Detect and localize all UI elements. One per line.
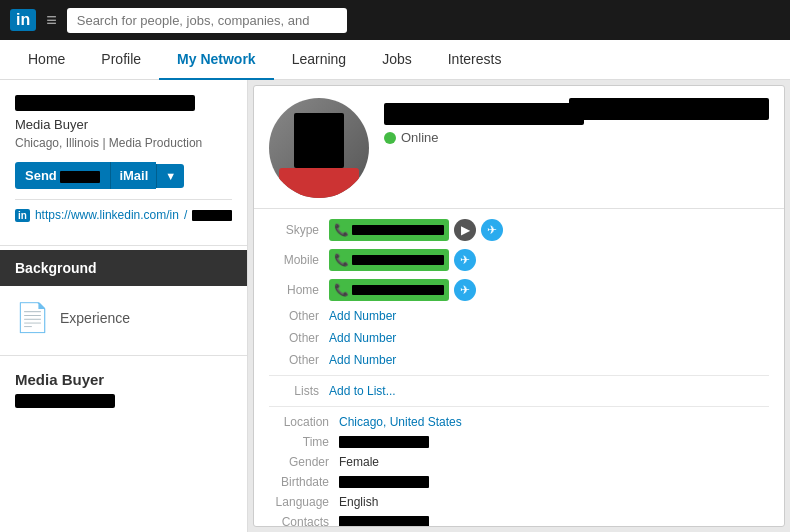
- position-title: Media Buyer: [15, 371, 232, 388]
- add-to-list-link[interactable]: Add to List...: [329, 384, 396, 398]
- other-label-2: Other: [269, 331, 329, 345]
- experience-section: 📄 Experience: [0, 286, 247, 356]
- linkedin-in-badge: in: [15, 209, 30, 222]
- divider-2: [269, 406, 769, 407]
- skype-video-icon[interactable]: ▶: [454, 219, 476, 241]
- top-bar: in ≡: [0, 0, 790, 40]
- send-mail-row: Send iMail ▼: [15, 162, 232, 189]
- other-row-1: Other Add Number: [269, 309, 769, 323]
- skype-chat-icon[interactable]: ✈: [481, 219, 503, 241]
- birthdate-redacted: [339, 476, 429, 488]
- mobile-label: Mobile: [269, 253, 329, 267]
- nav-item-mynetwork[interactable]: My Network: [159, 40, 274, 80]
- nav-item-interests[interactable]: Interests: [430, 40, 520, 80]
- avatar-body: [279, 168, 359, 198]
- linkedin-logo: in: [10, 9, 36, 31]
- language-value: English: [339, 495, 378, 509]
- avatar: [269, 98, 369, 198]
- contact-name-redacted: [384, 103, 584, 125]
- time-redacted: [339, 436, 429, 448]
- left-panel: Media Buyer Chicago, Illinois | Media Pr…: [0, 80, 248, 532]
- background-label: Background: [15, 260, 97, 276]
- contacts-redacted: [339, 516, 429, 527]
- top-right-name-redacted: [569, 98, 769, 120]
- background-section: Background: [0, 250, 247, 286]
- mobile-phone-bar: 📞: [329, 249, 449, 271]
- home-row: Home 📞 ✈: [269, 279, 769, 301]
- imail-dropdown-button[interactable]: ▼: [156, 164, 184, 188]
- profile-name-redacted: [15, 95, 195, 111]
- time-label: Time: [269, 435, 339, 449]
- location-label: Location: [269, 415, 339, 429]
- home-chat-icon[interactable]: ✈: [454, 279, 476, 301]
- contact-header: ☆ Online: [254, 86, 784, 209]
- contact-details: Skype 📞 ▶ ✈ Mobile 📞: [254, 209, 784, 527]
- home-phone-bar: 📞: [329, 279, 449, 301]
- online-dot: [384, 132, 396, 144]
- home-label: Home: [269, 283, 329, 297]
- send-redacted: [60, 171, 100, 183]
- skype-label: Skype: [269, 223, 329, 237]
- main-container: Media Buyer Chicago, Illinois | Media Pr…: [0, 80, 790, 532]
- language-label: Language: [269, 495, 339, 509]
- nav-bar: Home Profile My Network Learning Jobs In…: [0, 40, 790, 80]
- location-row: Location Chicago, United States: [269, 415, 769, 429]
- time-row: Time: [269, 435, 769, 449]
- gender-label: Gender: [269, 455, 339, 469]
- menu-icon[interactable]: ≡: [46, 10, 57, 31]
- add-number-link-1[interactable]: Add Number: [329, 309, 396, 323]
- job-title: Media Buyer: [15, 117, 232, 132]
- position-section: Media Buyer: [0, 356, 247, 423]
- contact-card-panel: ☆ Online Skype 📞 ▶: [253, 85, 785, 527]
- other-label-3: Other: [269, 353, 329, 367]
- skype-value: 📞 ▶ ✈: [329, 219, 503, 241]
- skype-row: Skype 📞 ▶ ✈: [269, 219, 769, 241]
- online-text: Online: [401, 130, 439, 145]
- other-row-3: Other Add Number: [269, 353, 769, 367]
- skype-phone-bar: 📞: [329, 219, 449, 241]
- avatar-face-redacted: [294, 113, 344, 168]
- mobile-number-redacted: [352, 255, 444, 265]
- home-value: 📞 ✈: [329, 279, 476, 301]
- url-text: https://www.linkedin.com/in: [35, 208, 179, 222]
- profile-section: Media Buyer Chicago, Illinois | Media Pr…: [0, 80, 247, 246]
- send-button[interactable]: Send: [15, 162, 110, 189]
- location-value[interactable]: Chicago, United States: [339, 415, 462, 429]
- add-number-link-3[interactable]: Add Number: [329, 353, 396, 367]
- language-row: Language English: [269, 495, 769, 509]
- nav-item-jobs[interactable]: Jobs: [364, 40, 430, 80]
- lists-row: Lists Add to List...: [269, 384, 769, 398]
- experience-icon: 📄: [15, 301, 50, 334]
- linkedin-url-section: in https://www.linkedin.com/in/: [15, 199, 232, 230]
- birthdate-label: Birthdate: [269, 475, 339, 489]
- nav-item-profile[interactable]: Profile: [83, 40, 159, 80]
- experience-row: 📄 Experience: [15, 301, 232, 334]
- gender-row: Gender Female: [269, 455, 769, 469]
- mobile-phone-icon: 📞: [334, 253, 349, 267]
- online-status-row: Online: [384, 130, 769, 145]
- gender-value: Female: [339, 455, 379, 469]
- other-label-1: Other: [269, 309, 329, 323]
- divider-1: [269, 375, 769, 376]
- skype-number-redacted: [352, 225, 444, 235]
- home-number-redacted: [352, 285, 444, 295]
- home-phone-icon: 📞: [334, 283, 349, 297]
- lists-label: Lists: [269, 384, 329, 398]
- nav-item-learning[interactable]: Learning: [274, 40, 365, 80]
- contacts-row: Contacts: [269, 515, 769, 527]
- mobile-row: Mobile 📞 ✈: [269, 249, 769, 271]
- mobile-value: 📞 ✈: [329, 249, 476, 271]
- experience-label: Experience: [60, 310, 130, 326]
- contacts-label: Contacts: [269, 515, 339, 527]
- phone-icon: 📞: [334, 223, 349, 237]
- imail-button[interactable]: iMail: [110, 162, 156, 189]
- url-redacted: [192, 210, 232, 221]
- search-input[interactable]: [67, 8, 347, 33]
- nav-item-home[interactable]: Home: [10, 40, 83, 80]
- position-redacted: [15, 394, 115, 408]
- add-number-link-2[interactable]: Add Number: [329, 331, 396, 345]
- mobile-chat-icon[interactable]: ✈: [454, 249, 476, 271]
- other-row-2: Other Add Number: [269, 331, 769, 345]
- birthdate-row: Birthdate: [269, 475, 769, 489]
- location-industry: Chicago, Illinois | Media Production: [15, 136, 232, 150]
